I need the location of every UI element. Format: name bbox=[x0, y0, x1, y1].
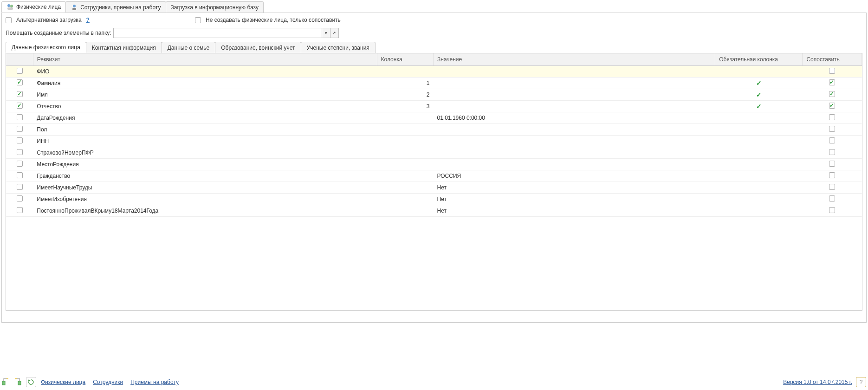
alt-load-label: Альтернативная загрузка bbox=[16, 17, 82, 23]
row-requisite: ДатаРождения bbox=[33, 112, 377, 124]
row-mandatory bbox=[715, 112, 803, 124]
top-tab-label: Физические лица bbox=[16, 4, 61, 10]
no-create-checkbox[interactable] bbox=[195, 17, 201, 23]
row-checkbox[interactable] bbox=[17, 68, 23, 74]
help-button[interactable]: ? bbox=[856, 377, 866, 387]
row-column bbox=[377, 182, 433, 194]
row-column: 1 bbox=[377, 78, 433, 89]
people-icon bbox=[6, 3, 14, 11]
row-checkbox[interactable] bbox=[17, 207, 23, 213]
col-header-requisite: Реквизит bbox=[33, 53, 377, 66]
inner-tab-label: Ученые степени, звания bbox=[307, 45, 369, 51]
row-match-checkbox[interactable] bbox=[829, 149, 835, 155]
svg-point-1 bbox=[10, 5, 13, 7]
table-row[interactable]: ГражданствоРОССИЯ bbox=[6, 170, 862, 182]
row-requisite: ИНН bbox=[33, 136, 377, 147]
person-icon bbox=[71, 4, 78, 11]
inner-tab-label: Образование, воинский учет bbox=[221, 45, 295, 51]
folder-dropdown-button[interactable]: ▾ bbox=[322, 28, 330, 38]
row-checkbox[interactable] bbox=[17, 172, 23, 178]
row-match-checkbox[interactable] bbox=[829, 68, 835, 74]
row-checkbox[interactable] bbox=[17, 137, 23, 143]
row-value bbox=[434, 124, 715, 136]
table-row[interactable]: Имя2✓ bbox=[6, 89, 862, 101]
folder-input[interactable] bbox=[113, 28, 322, 38]
col-header-check bbox=[6, 53, 33, 66]
row-requisite: ФИО bbox=[33, 66, 377, 78]
help-icon[interactable]: ? bbox=[86, 17, 90, 23]
row-match-checkbox[interactable] bbox=[829, 126, 835, 132]
row-checkbox[interactable] bbox=[17, 126, 23, 132]
table-row[interactable]: СтраховойНомерПФР bbox=[6, 147, 862, 159]
row-checkbox[interactable] bbox=[17, 114, 23, 120]
inner-tab-1[interactable]: Контактная информация bbox=[86, 42, 162, 53]
row-checkbox[interactable] bbox=[17, 79, 23, 85]
inner-tab-0[interactable]: Данные физического лица bbox=[6, 42, 86, 53]
row-match-checkbox[interactable] bbox=[829, 195, 835, 202]
row-mandatory bbox=[715, 147, 803, 159]
row-match-checkbox[interactable] bbox=[829, 161, 835, 167]
table-row[interactable]: Фамилия1✓ bbox=[6, 78, 862, 89]
row-checkbox[interactable] bbox=[17, 184, 23, 190]
top-tab-1[interactable]: Сотрудники, приемы на работу bbox=[65, 1, 166, 13]
bottom-icon-2[interactable] bbox=[14, 378, 21, 387]
row-column bbox=[377, 147, 433, 159]
row-checkbox[interactable] bbox=[17, 103, 23, 109]
row-checkbox[interactable] bbox=[17, 91, 23, 97]
row-mandatory: ✓ bbox=[715, 78, 803, 89]
row-value bbox=[434, 136, 715, 147]
requisites-table: Реквизит Колонка Значение Обязательная к… bbox=[6, 53, 862, 217]
top-tabs: Физические лицаСотрудники, приемы на раб… bbox=[1, 1, 867, 13]
row-requisite: ИмеетНаучныеТруды bbox=[33, 182, 377, 194]
table-row[interactable]: ИмеетИзобретенияНет bbox=[6, 194, 862, 205]
table-row[interactable]: ПостоянноПроживалВКрыму18Марта2014ГодаНе… bbox=[6, 205, 862, 217]
row-value bbox=[434, 78, 715, 89]
row-requisite: МестоРождения bbox=[33, 159, 377, 170]
row-checkbox[interactable] bbox=[17, 195, 23, 202]
inner-tab-label: Данные физического лица bbox=[12, 44, 80, 51]
table-row[interactable]: МестоРождения bbox=[6, 159, 862, 170]
row-requisite: Гражданство bbox=[33, 170, 377, 182]
row-requisite: Фамилия bbox=[33, 78, 377, 89]
top-tab-0[interactable]: Физические лица bbox=[1, 1, 66, 13]
row-value bbox=[434, 101, 715, 112]
alt-load-checkbox[interactable] bbox=[6, 17, 12, 23]
bottom-link-1[interactable]: Сотрудники bbox=[93, 379, 123, 385]
row-requisite: Отчество bbox=[33, 101, 377, 112]
row-checkbox[interactable] bbox=[17, 161, 23, 167]
row-column: 2 bbox=[377, 89, 433, 101]
bottom-icon-1[interactable] bbox=[2, 378, 9, 387]
row-match-checkbox[interactable] bbox=[829, 207, 835, 213]
row-mandatory bbox=[715, 194, 803, 205]
inner-tab-3[interactable]: Образование, воинский учет bbox=[215, 42, 301, 53]
col-header-mandatory: Обязательная колонка bbox=[715, 53, 803, 66]
table-row[interactable]: Пол bbox=[6, 124, 862, 136]
version-link[interactable]: Версия 1.0 от 14.07.2015 г. bbox=[783, 379, 852, 385]
top-tab-2[interactable]: Загрузка в информационную базу bbox=[166, 1, 264, 13]
folder-open-button[interactable]: ↗ bbox=[330, 28, 339, 38]
row-mandatory bbox=[715, 159, 803, 170]
no-create-label: Не создавать физические лица, только соп… bbox=[206, 17, 341, 23]
row-match-checkbox[interactable] bbox=[829, 91, 835, 97]
row-mandatory bbox=[715, 182, 803, 194]
row-column bbox=[377, 136, 433, 147]
row-value: Нет bbox=[434, 205, 715, 217]
table-row[interactable]: ИНН bbox=[6, 136, 862, 147]
refresh-button[interactable] bbox=[26, 377, 36, 387]
row-match-checkbox[interactable] bbox=[829, 103, 835, 109]
table-row[interactable]: ДатаРождения01.01.1960 0:00:00 bbox=[6, 112, 862, 124]
row-match-checkbox[interactable] bbox=[829, 172, 835, 178]
row-value: РОССИЯ bbox=[434, 170, 715, 182]
row-match-checkbox[interactable] bbox=[829, 184, 835, 190]
row-match-checkbox[interactable] bbox=[829, 114, 835, 120]
bottom-link-0[interactable]: Физические лица bbox=[41, 379, 85, 385]
inner-tab-4[interactable]: Ученые степени, звания bbox=[301, 42, 376, 53]
row-match-checkbox[interactable] bbox=[829, 79, 835, 85]
table-row[interactable]: ИмеетНаучныеТрудыНет bbox=[6, 182, 862, 194]
row-match-checkbox[interactable] bbox=[829, 137, 835, 143]
bottom-link-2[interactable]: Приемы на работу bbox=[130, 379, 179, 385]
inner-tab-2[interactable]: Данные о семье bbox=[162, 42, 216, 53]
table-row[interactable]: Отчество3✓ bbox=[6, 101, 862, 112]
row-checkbox[interactable] bbox=[17, 149, 23, 155]
table-row[interactable]: ФИО bbox=[6, 66, 862, 78]
